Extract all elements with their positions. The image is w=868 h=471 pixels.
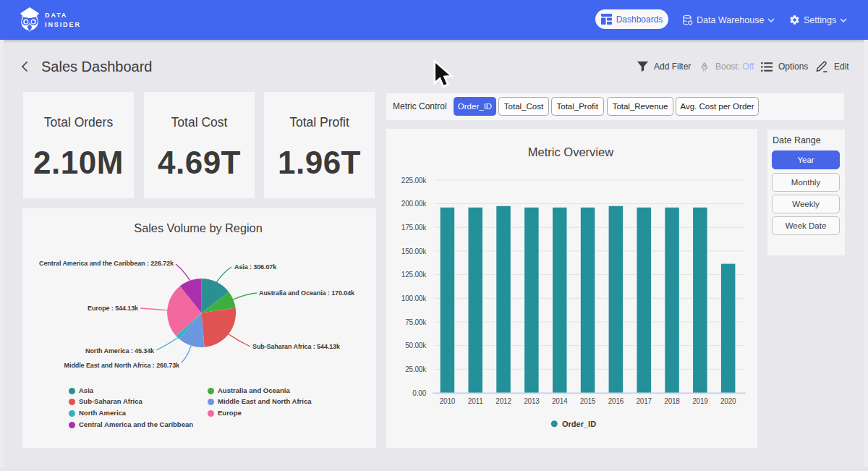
svg-text:2011: 2011 bbox=[468, 397, 483, 405]
svg-text:25.00k: 25.00k bbox=[405, 365, 427, 373]
svg-text:2013: 2013 bbox=[524, 397, 540, 405]
svg-text:225.00k: 225.00k bbox=[401, 177, 427, 184]
svg-text:2019: 2019 bbox=[692, 397, 708, 405]
svg-text:Metric Overview: Metric Overview bbox=[528, 145, 613, 158]
svg-text:125.00k: 125.00k bbox=[401, 271, 427, 279]
svg-text:175.00k: 175.00k bbox=[401, 224, 427, 232]
svg-text:100.00k: 100.00k bbox=[401, 294, 427, 302]
svg-text:2014: 2014 bbox=[552, 397, 568, 405]
svg-text:2020: 2020 bbox=[720, 397, 736, 405]
svg-text:50.00k: 50.00k bbox=[405, 341, 427, 349]
svg-text:2015: 2015 bbox=[580, 397, 596, 405]
svg-text:0.00: 0.00 bbox=[412, 389, 426, 397]
svg-text:Sales Volume by Region: Sales Volume by Region bbox=[134, 221, 262, 234]
svg-text:150.00k: 150.00k bbox=[401, 247, 427, 255]
svg-text:75.00k: 75.00k bbox=[405, 318, 427, 326]
svg-text:2010: 2010 bbox=[440, 397, 456, 405]
svg-text:2012: 2012 bbox=[495, 397, 511, 405]
svg-text:2016: 2016 bbox=[608, 397, 624, 405]
svg-text:Order_ID: Order_ID bbox=[562, 420, 596, 428]
svg-text:2017: 2017 bbox=[636, 397, 652, 405]
svg-text:200.00k: 200.00k bbox=[401, 200, 427, 208]
svg-text:2018: 2018 bbox=[664, 397, 680, 405]
